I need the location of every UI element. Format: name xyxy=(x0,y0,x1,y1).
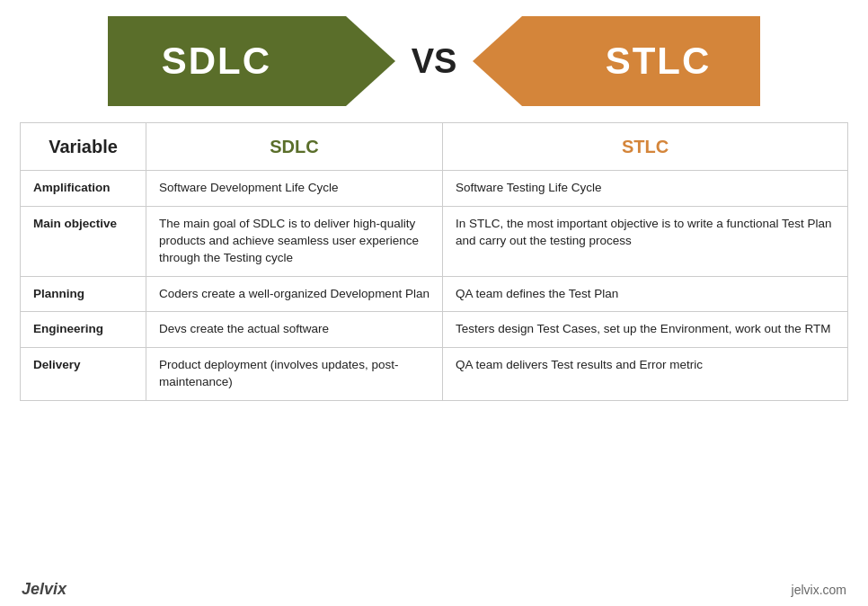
row-3-variable: Engineering xyxy=(21,312,146,348)
stlc-arrow-shape: STLC xyxy=(473,16,760,106)
stlc-arrow: STLC xyxy=(473,16,760,106)
table-header-row: Variable SDLC STLC xyxy=(21,123,848,171)
row-4-sdlc: Product deployment (involves updates, po… xyxy=(146,348,443,401)
stlc-arrow-head xyxy=(473,16,522,106)
sdlc-arrow: SDLC xyxy=(108,16,395,106)
row-1-stlc: In STLC, the most important objective is… xyxy=(443,206,848,276)
vs-label: VS xyxy=(412,42,457,81)
table-row: Delivery Product deployment (involves up… xyxy=(21,348,848,401)
col-sdlc-header: SDLC xyxy=(146,123,443,171)
stlc-label: STLC xyxy=(606,40,712,83)
row-0-variable: Amplification xyxy=(21,171,146,207)
col-variable-header: Variable xyxy=(21,123,146,171)
comparison-table: Variable SDLC STLC Amplification Softwar… xyxy=(20,122,848,401)
row-3-stlc: Testers design Test Cases, set up the En… xyxy=(443,312,848,348)
footer: Jelvix jelvix.com xyxy=(0,576,868,606)
stlc-arrow-body: STLC xyxy=(522,16,760,106)
table-row: Planning Coders create a well-organized … xyxy=(21,276,848,312)
website-url: jelvix.com xyxy=(792,583,846,597)
sdlc-arrow-head xyxy=(346,16,395,106)
row-4-variable: Delivery xyxy=(21,348,146,401)
row-2-variable: Planning xyxy=(21,276,146,312)
table-row: Amplification Software Development Life … xyxy=(21,171,848,207)
table-row: Main objective The main goal of SDLC is … xyxy=(21,206,848,276)
row-2-stlc: QA team defines the Test Plan xyxy=(443,276,848,312)
row-2-sdlc: Coders create a well-organized Developme… xyxy=(146,276,443,312)
sdlc-arrow-shape: SDLC xyxy=(108,16,395,106)
row-0-sdlc: Software Development Life Cycle xyxy=(146,171,443,207)
col-stlc-header: STLC xyxy=(443,123,848,171)
table-row: Engineering Devs create the actual softw… xyxy=(21,312,848,348)
sdlc-arrow-body: SDLC xyxy=(108,16,346,106)
brand-name: Jelvix xyxy=(22,580,66,599)
row-0-stlc: Software Testing Life Cycle xyxy=(443,171,848,207)
row-4-stlc: QA team delivers Test results and Error … xyxy=(443,348,848,401)
row-1-sdlc: The main goal of SDLC is to deliver high… xyxy=(146,206,443,276)
row-3-sdlc: Devs create the actual software xyxy=(146,312,443,348)
sdlc-label: SDLC xyxy=(162,40,271,83)
header-section: SDLC VS STLC xyxy=(0,0,868,122)
row-1-variable: Main objective xyxy=(21,206,146,276)
comparison-table-section: Variable SDLC STLC Amplification Softwar… xyxy=(0,122,868,576)
